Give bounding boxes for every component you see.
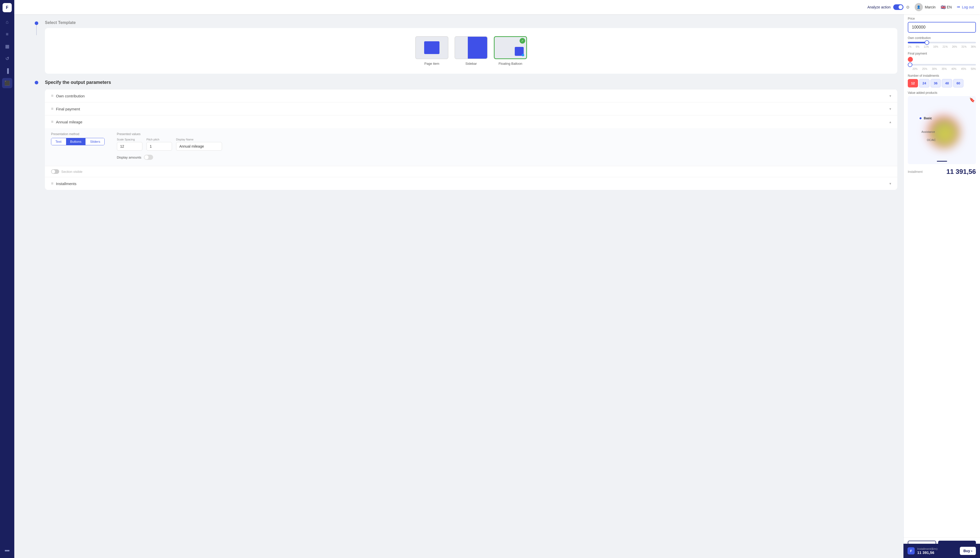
- accordion-header-own-contribution[interactable]: ≡ Own contribution ▾: [45, 89, 897, 102]
- final-payment-labels: 20% 25% 30% 35% 40% 45% 50%: [908, 67, 976, 71]
- installments-label: Installments: [56, 182, 76, 186]
- logo-text: F: [6, 5, 8, 10]
- heatmap-blob-yellow: [935, 123, 955, 144]
- pv-fields-row: Scale Spacing Pitch pitch Display Name: [117, 138, 222, 151]
- installment-btn-36[interactable]: 36: [931, 79, 941, 87]
- display-name-input[interactable]: [176, 142, 222, 151]
- sidebar-item-plugin[interactable]: ⬛: [2, 78, 12, 88]
- presentation-method-section: Presentation method Text Buttons Sliders: [51, 132, 105, 160]
- final-payment-indicator: [908, 57, 913, 62]
- user-name: Marcin: [925, 5, 936, 9]
- own-contribution-labels: 1% 6% 11% 16% 21% 26% 31% 36%: [908, 45, 976, 48]
- section-visible-row[interactable]: Section visible: [45, 166, 897, 177]
- own-contribution-thumb[interactable]: [925, 40, 929, 45]
- bottom-bar: F Installment($/m): 11 391,56 Buy ›: [903, 544, 980, 558]
- value-added-products-label: Value added products: [908, 91, 976, 95]
- presented-values-section: Presented values Scale Spacing Pitch pit…: [117, 132, 222, 160]
- sidebar-item-card[interactable]: ▬: [2, 545, 12, 555]
- display-name-field-group: Display Name: [176, 138, 222, 151]
- heatmap-label-basic: Basic: [924, 117, 932, 120]
- bookmark-icon: 🔖: [969, 97, 975, 103]
- topbar: Analyze action ⚙ 👤 Marcin 🇬🇧 EN ⮕ Log ou…: [14, 0, 980, 14]
- scale-spacing-field-group: Scale Spacing: [117, 138, 142, 151]
- step1-label: Select Template: [45, 20, 897, 25]
- template-preview-page-item: [415, 36, 448, 59]
- sidebar-item-menu[interactable]: ≡: [2, 29, 12, 39]
- template-card-sidebar[interactable]: Sidebar: [455, 36, 488, 66]
- sidebar: F ⌂ ≡ ▦ ↺ ▐ ⬛ ▬: [0, 0, 14, 558]
- installment-btn-12[interactable]: 12: [908, 79, 918, 87]
- installments-icon: ≡: [51, 181, 53, 186]
- logout-button[interactable]: ⮕ Log out: [957, 5, 974, 9]
- installments-chevron: ▾: [889, 182, 891, 185]
- final-payment-chevron: ▾: [889, 107, 891, 111]
- accordion-annual-mileage: ≡ Annual mileage ▴ Presentation method T…: [45, 115, 897, 177]
- display-name-label: Display Name: [176, 138, 222, 141]
- buy-label: Buy: [964, 549, 970, 553]
- heatmap-radio-basic: [919, 117, 922, 120]
- accordion-header-final-payment[interactable]: ≡ Final payment ▾: [45, 102, 897, 115]
- template-name-floating-balloon: Floating Balloon: [498, 62, 522, 66]
- accordion-header-installments[interactable]: ≡ Installments ▾: [45, 177, 897, 190]
- installment-btn-60[interactable]: 60: [953, 79, 964, 87]
- final-payment-thumb[interactable]: [908, 62, 912, 67]
- language-selector[interactable]: 🇬🇧 EN: [941, 5, 952, 10]
- sidebar-item-bar[interactable]: ▐: [2, 66, 12, 76]
- step1-content: Select Template Page item Sidebar: [45, 20, 897, 74]
- scale-spacing-input[interactable]: [117, 142, 142, 151]
- analyze-action-label: Analyze action: [868, 5, 891, 9]
- heatmap-label-ocac: OC/AC: [927, 138, 936, 141]
- own-contribution-chevron: ▾: [889, 94, 891, 98]
- accordion-header-annual-mileage[interactable]: ≡ Annual mileage ▴: [45, 115, 897, 128]
- gear-icon[interactable]: ⚙: [906, 5, 909, 10]
- step2-dot: [35, 81, 38, 84]
- template-card-page-item[interactable]: Page item: [415, 36, 448, 66]
- template-card-floating-balloon[interactable]: ✓ Floating Balloon: [494, 36, 527, 66]
- final-payment-label: Final payment: [56, 107, 80, 111]
- template-name-sidebar: Sidebar: [466, 62, 477, 66]
- heatmap-container: Basic Assistance OC/AC 🔖: [908, 96, 976, 164]
- installment-btn-24[interactable]: 24: [919, 79, 929, 87]
- step2-content: Specify the output parameters ≡ Own cont…: [45, 80, 897, 190]
- sidebar-item-refresh[interactable]: ↺: [2, 54, 12, 64]
- right-panel: Fintin - active plugin − Price Own contr…: [903, 0, 980, 558]
- app-logo: F: [3, 3, 12, 12]
- bottom-bar-installment-value: 11 391,56: [917, 550, 960, 555]
- sidebar-item-chart[interactable]: ▦: [2, 41, 12, 51]
- method-btn-text[interactable]: Text: [51, 138, 66, 145]
- float-visual-dot: [522, 54, 524, 56]
- step2-stepper: [35, 80, 38, 84]
- final-payment-slider: 20% 25% 30% 35% 40% 45% 50%: [908, 57, 976, 71]
- own-contribution-label: Own contribution: [56, 94, 85, 98]
- template-grid: Page item Sidebar ✓: [45, 28, 897, 74]
- pitch-pitch-label: Pitch pitch: [147, 138, 172, 141]
- analyze-action-row: Analyze action ⚙: [868, 4, 909, 10]
- flag-icon: 🇬🇧: [941, 5, 946, 10]
- installment-buttons: 12 24 36 48 60: [908, 79, 976, 87]
- installments-panel-label: Number of installments: [908, 74, 976, 77]
- installment-panel-value: 11 391,56: [946, 168, 976, 176]
- section-visible-toggle[interactable]: [51, 169, 59, 174]
- analyze-action-toggle[interactable]: [893, 4, 903, 10]
- installment-btn-48[interactable]: 48: [942, 79, 952, 87]
- display-amounts-row: Display amounts: [117, 155, 222, 160]
- step1-stepper: [35, 20, 38, 35]
- selected-checkmark: ✓: [520, 38, 525, 44]
- pitch-pitch-input[interactable]: [147, 142, 172, 151]
- display-amounts-toggle[interactable]: [144, 155, 153, 160]
- main-content: Select Template Page item Sidebar: [29, 14, 903, 558]
- method-btn-buttons[interactable]: Buttons: [66, 138, 86, 145]
- sidebar-visual-right: [468, 37, 487, 59]
- presentation-method-label: Presentation method: [51, 132, 105, 136]
- output-params-section: ≡ Own contribution ▾ ≡ Final payment ▾: [45, 89, 897, 190]
- annual-mileage-chevron: ▴: [889, 120, 891, 124]
- template-preview-floating-balloon: ✓: [494, 36, 527, 59]
- final-payment-icon: ≡: [51, 107, 53, 111]
- buy-button[interactable]: Buy ›: [960, 547, 976, 555]
- sidebar-item-home[interactable]: ⌂: [2, 17, 12, 27]
- price-input[interactable]: [908, 22, 976, 33]
- method-btn-sliders[interactable]: Sliders: [86, 138, 104, 145]
- avatar: 👤: [915, 3, 923, 11]
- presentation-method-buttons: Text Buttons Sliders: [51, 138, 105, 145]
- bottom-bar-info: Installment($/m): 11 391,56: [917, 547, 960, 555]
